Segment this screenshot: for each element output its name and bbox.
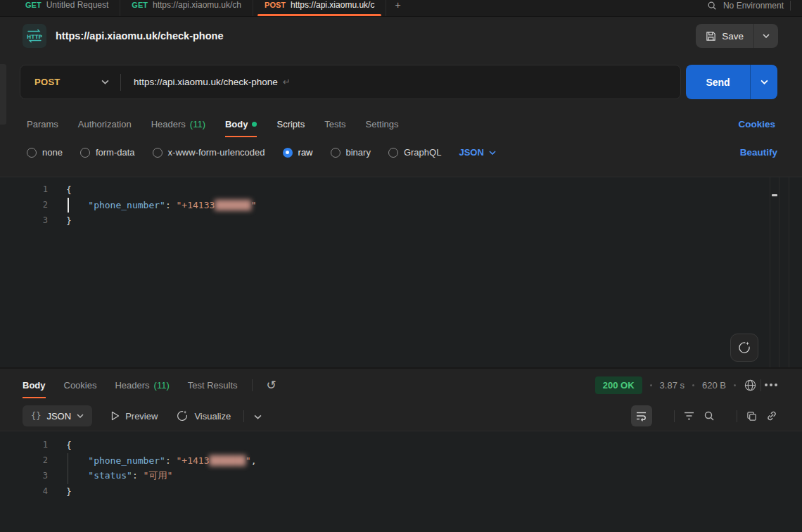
body-modified-dot [252, 122, 257, 127]
response-size[interactable]: 620 B [702, 380, 726, 391]
divider [760, 379, 761, 391]
divider [737, 410, 737, 422]
http-request-icon: HTTP [23, 24, 46, 48]
method-badge: POST [265, 1, 286, 9]
code-line: 2 "phone_number": "+1413███████", [15, 452, 802, 468]
add-tab-button[interactable]: + [386, 0, 409, 16]
tab-title: https://api.xiaomu.uk/c [291, 0, 374, 10]
beautify-link[interactable]: Beautify [740, 147, 777, 158]
line-number: 3 [15, 471, 48, 481]
tab-settings[interactable]: Settings [366, 119, 399, 129]
request-tab-2[interactable]: GET https://api.xiaomu.uk/ch [120, 0, 253, 16]
format-value: JSON [459, 147, 483, 158]
radio-x-www-form-urlencoded[interactable]: x-www-form-urlencoded [153, 147, 265, 158]
more-actions-icon[interactable] [765, 384, 777, 386]
wrap-lines-button[interactable] [631, 405, 652, 426]
request-body-editor[interactable]: 1{2 "phone_number": "+14133███████"3} [0, 177, 802, 367]
request-title: https://api.xiaomu.uk/check-phone [56, 30, 223, 42]
radio-raw-selected[interactable]: raw [283, 147, 313, 158]
save-button[interactable]: Save [696, 24, 778, 48]
copy-icon [746, 411, 757, 422]
history-icon[interactable]: ↺ [267, 379, 276, 391]
request-tab-1[interactable]: GET Untitled Request [14, 0, 120, 16]
response-section-tabs: Body Cookies Headers(11) Test Results ↺ … [0, 369, 802, 401]
preview-button[interactable]: Preview [110, 411, 158, 422]
copy-response-button[interactable] [746, 411, 757, 422]
visualize-options-button[interactable] [254, 410, 262, 422]
tab-test-results[interactable]: Test Results [188, 380, 238, 391]
response-time[interactable]: 3.87 s [660, 380, 685, 391]
search-in-response-button[interactable] [704, 410, 715, 422]
response-body-viewer: 1{2 "phone_number": "+1413███████",3 "st… [0, 431, 802, 532]
divider [252, 379, 253, 391]
tab-params[interactable]: Params [27, 119, 58, 129]
radio-circle [331, 148, 340, 158]
chevron-down-icon [101, 80, 109, 84]
code-line: 3} [15, 213, 802, 228]
share-link-button[interactable] [766, 410, 777, 422]
dot-separator [650, 384, 652, 386]
editor-scrollbar[interactable] [770, 177, 779, 367]
tab-authorization[interactable]: Authorization [78, 119, 132, 129]
tab-headers[interactable]: Headers(11) [151, 119, 205, 129]
svg-text:HTTP: HTTP [27, 34, 43, 40]
send-options-button[interactable] [751, 65, 777, 99]
tab-scripts[interactable]: Scripts [276, 119, 305, 129]
filter-button[interactable] [684, 412, 694, 420]
send-label: Send [686, 65, 750, 99]
tab-body[interactable]: Body [225, 119, 257, 129]
status-badge[interactable]: 200 OK [595, 376, 642, 394]
sparkle-circle-icon [176, 410, 189, 422]
chevron-down-icon [763, 34, 770, 38]
postbot-button[interactable] [730, 334, 758, 362]
radio-form-data[interactable]: form-data [80, 147, 135, 158]
sidebar-collapsed-handle[interactable] [0, 64, 6, 125]
headers-count: (11) [154, 380, 170, 391]
radio-graphql[interactable]: GraphQL [388, 147, 441, 158]
url-input[interactable]: https://api.xiaomu.uk/check-phone↵ [134, 77, 291, 87]
format-select[interactable]: JSON [459, 147, 495, 158]
dot-separator [734, 384, 736, 386]
radio-binary[interactable]: binary [331, 147, 371, 158]
method-select[interactable]: POST [20, 77, 120, 87]
tab-response-body[interactable]: Body [23, 380, 46, 391]
tab-response-headers[interactable]: Headers(11) [115, 380, 169, 391]
line-number: 2 [15, 200, 48, 210]
chevron-down-icon [489, 151, 496, 155]
tab-title: https://api.xiaomu.uk/ch [153, 0, 241, 10]
tab-title: Untitled Request [46, 0, 109, 10]
save-options-button[interactable] [754, 24, 778, 48]
radio-none[interactable]: none [27, 147, 63, 158]
filter-icon [684, 412, 694, 420]
radio-circle [153, 148, 163, 158]
line-number: 1 [15, 440, 48, 450]
radio-circle [80, 148, 90, 158]
divider [120, 74, 121, 91]
globe-icon[interactable] [744, 379, 757, 392]
send-button[interactable]: Send [686, 65, 777, 99]
divider [790, 1, 791, 11]
code-line: 1{ [15, 182, 802, 197]
code-line: 4} [15, 483, 802, 499]
visualize-button[interactable]: Visualize [176, 410, 231, 422]
method-badge: GET [132, 1, 148, 9]
format-value: JSON [46, 411, 71, 422]
url-input-container: POST https://api.xiaomu.uk/check-phone↵ [20, 65, 681, 99]
environment-selector[interactable]: No Environment [723, 1, 784, 11]
response-format-select[interactable]: {} JSON [23, 405, 92, 426]
radio-circle [27, 148, 37, 158]
divider [674, 410, 675, 422]
search-icon[interactable] [707, 1, 717, 11]
pane-edge-line [789, 177, 789, 367]
chevron-down-icon [254, 414, 262, 419]
radio-circle-checked [283, 148, 293, 158]
text-cursor [68, 198, 69, 213]
cookies-link[interactable]: Cookies [738, 119, 775, 129]
tab-tests[interactable]: Tests [324, 119, 345, 129]
chevron-down-icon [77, 414, 84, 418]
wrap-lines-icon [636, 411, 647, 422]
method-badge: GET [25, 1, 42, 9]
request-tab-3-active[interactable]: POST https://api.xiaomu.uk/c [253, 0, 386, 16]
request-section-tabs: Params Authorization Headers(11) Body Sc… [0, 110, 802, 137]
tab-response-cookies[interactable]: Cookies [64, 380, 97, 391]
